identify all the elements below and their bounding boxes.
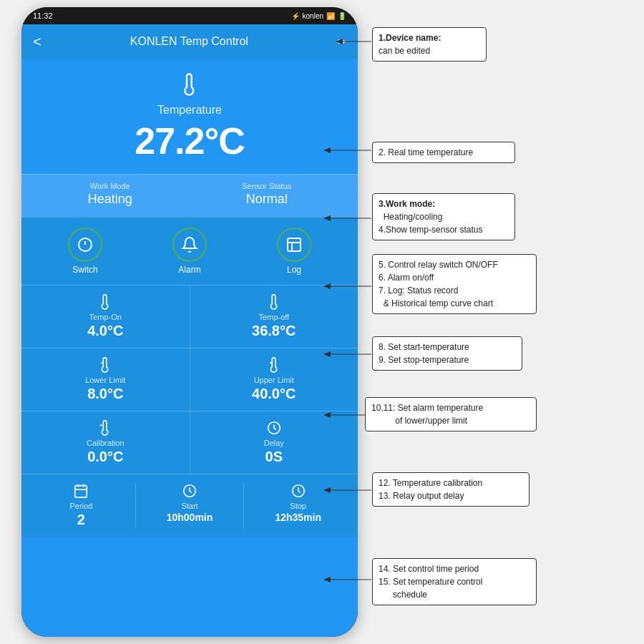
- svg-rect-9: [75, 486, 87, 498]
- switch-control[interactable]: Switch: [68, 228, 102, 275]
- log-control[interactable]: Log: [277, 228, 311, 275]
- status-bar: 11:32 ⚡ konlen 📶 🔋: [21, 7, 358, 24]
- temp-off-value: 36.8°C: [196, 323, 353, 339]
- annotation-5: 5. Control relay switch ON/OFF6. Alarm o…: [372, 254, 537, 314]
- annotation-1-text: 1.Device name:can be edited: [379, 33, 441, 56]
- annotation-14-text: 14. Set control time period15. Set tempe…: [379, 564, 482, 600]
- temp-off-item[interactable]: Temp-off 36.8°C: [190, 286, 358, 348]
- lower-limit-icon: [27, 357, 184, 376]
- sensor-status-item: Sensor Status Normal: [242, 182, 291, 207]
- start-label: Start: [136, 502, 244, 510]
- annotation-8: 8. Set start-temperature9. Set stop-temp…: [372, 336, 522, 371]
- delay-label: Delay: [196, 439, 353, 447]
- period-item[interactable]: Period 2: [27, 483, 135, 528]
- start-value: 10h00min: [136, 512, 244, 523]
- lower-limit-value: 8.0°C: [27, 386, 184, 402]
- annotation-5-text: 5. Control relay switch ON/OFF6. Alarm o…: [379, 260, 498, 308]
- start-item[interactable]: Start 10h00min: [135, 483, 244, 528]
- annotation-10-text: 10,11: Set alarm temperature of lower/up…: [371, 403, 483, 426]
- period-value: 2: [27, 512, 135, 528]
- start-icon: [136, 483, 244, 502]
- temp-on-item[interactable]: Temp-On 4.0°C: [21, 286, 190, 348]
- period-row: Period 2 Start 10h00min: [21, 474, 358, 537]
- temperature-value: 27.2°C: [33, 119, 346, 162]
- upper-limit-icon: [196, 357, 353, 376]
- delay-item[interactable]: Delay 0S: [190, 411, 358, 474]
- temp-off-label: Temp-off: [196, 313, 353, 321]
- alarm-control[interactable]: Alarm: [172, 228, 207, 275]
- stop-icon: [244, 483, 352, 502]
- app-header: < KONLEN Temp Control ✏: [21, 24, 358, 59]
- alarm-button[interactable]: [172, 228, 207, 262]
- annotation-2-text: 2. Real time temperature: [379, 147, 473, 157]
- alarm-label: Alarm: [172, 265, 207, 275]
- sensor-label: Sensor Status: [242, 182, 291, 190]
- annotation-2: 2. Real time temperature: [372, 142, 515, 163]
- stop-item[interactable]: Stop 12h35min: [243, 483, 352, 528]
- work-mode-label: Work Mode: [88, 182, 132, 190]
- temp-settings-row: Temp-On 4.0°C Temp-off 36.8°C: [21, 285, 358, 348]
- annotation-12: 12. Temperature calibration13. Relay out…: [372, 472, 530, 507]
- temp-on-value: 4.0°C: [27, 323, 184, 339]
- upper-limit-label: Upper Limit: [196, 376, 353, 384]
- switch-button[interactable]: [68, 228, 102, 262]
- switch-label: Switch: [68, 265, 102, 275]
- lower-limit-label: Lower Limit: [27, 376, 184, 384]
- bluetooth-icon: ⚡: [291, 12, 300, 20]
- battery-icon: 🔋: [338, 12, 346, 20]
- stop-value: 12h35min: [244, 512, 352, 523]
- upper-limit-value: 40.0°C: [196, 386, 353, 402]
- back-button[interactable]: <: [33, 34, 42, 50]
- limit-row: Lower Limit 8.0°C Upper Limit 40.0°C: [21, 348, 358, 411]
- calibration-item[interactable]: Calibration 0.0°C: [21, 411, 190, 474]
- annotation-3-text: 3.Work mode: Heating/cooling4.Show temp-…: [379, 199, 482, 235]
- wifi-icon: 📶: [326, 12, 335, 20]
- calibration-icon: [27, 420, 184, 439]
- period-label: Period: [27, 502, 135, 510]
- delay-icon: [196, 420, 353, 439]
- status-time: 11:32: [33, 11, 53, 20]
- stop-label: Stop: [244, 502, 352, 510]
- calibration-row: Calibration 0.0°C Delay 0S: [21, 411, 358, 474]
- temp-off-icon: [196, 294, 353, 313]
- annotation-1: 1.Device name:can be edited: [372, 27, 487, 62]
- annotation-3: 3.Work mode: Heating/cooling4.Show temp-…: [372, 193, 515, 240]
- temperature-label: Temperature: [33, 104, 346, 117]
- carrier-name: konlen: [303, 12, 323, 20]
- edit-button[interactable]: ✏: [337, 35, 346, 49]
- calibration-value: 0.0°C: [27, 449, 184, 465]
- annotation-12-text: 12. Temperature calibration13. Relay out…: [379, 478, 482, 501]
- control-row: Switch Alarm: [21, 217, 358, 285]
- delay-value: 0S: [196, 449, 353, 465]
- calibration-label: Calibration: [27, 439, 184, 447]
- app-content: Temperature 27.2°C Work Mode Heating Sen…: [21, 59, 358, 637]
- temp-on-label: Temp-On: [27, 313, 184, 321]
- annotation-14: 14. Set control time period15. Set tempe…: [372, 558, 537, 605]
- lower-limit-item[interactable]: Lower Limit 8.0°C: [21, 348, 190, 411]
- annotation-10: 10,11: Set alarm temperature of lower/up…: [365, 397, 537, 431]
- work-mode-row: Work Mode Heating Sensor Status Normal: [21, 174, 358, 217]
- log-label: Log: [277, 265, 311, 275]
- temperature-section: Temperature 27.2°C: [21, 59, 358, 174]
- log-button[interactable]: [277, 228, 311, 262]
- svg-rect-2: [288, 238, 301, 251]
- sensor-value: Normal: [242, 192, 291, 207]
- temp-on-icon: [27, 294, 184, 313]
- work-mode-item: Work Mode Heating: [88, 182, 132, 207]
- status-icons: ⚡ konlen 📶 🔋: [291, 12, 346, 20]
- thermometer-icon: [33, 73, 346, 101]
- app-title: KONLEN Temp Control: [130, 35, 248, 48]
- annotation-8-text: 8. Set start-temperature9. Set stop-temp…: [379, 342, 469, 365]
- work-mode-value: Heating: [88, 192, 132, 207]
- upper-limit-item[interactable]: Upper Limit 40.0°C: [190, 348, 358, 411]
- period-icon: [27, 483, 135, 502]
- phone-frame: 11:32 ⚡ konlen 📶 🔋 < KONLEN Temp Control…: [21, 7, 358, 637]
